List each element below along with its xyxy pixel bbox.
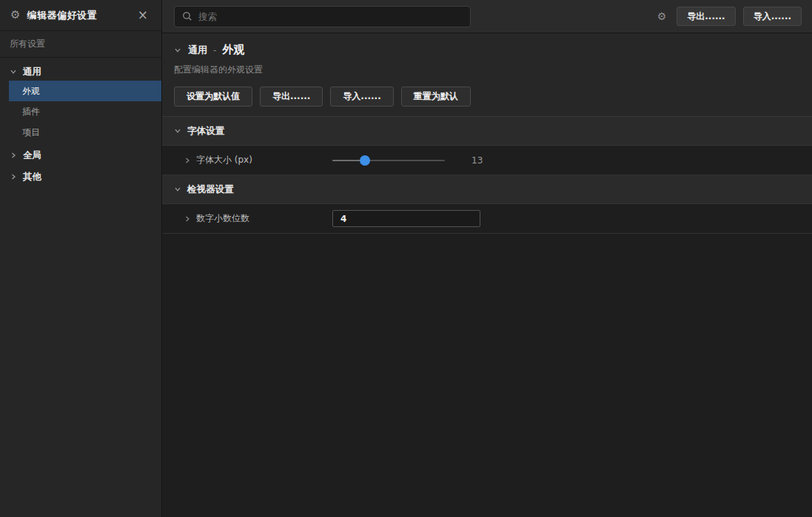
tree-group-global[interactable]: 全局 bbox=[0, 146, 161, 164]
chevron-down-icon bbox=[174, 186, 181, 193]
font-size-slider[interactable] bbox=[332, 155, 445, 166]
tree-item-plugins[interactable]: 插件 bbox=[0, 101, 161, 122]
setting-label: 数字小数位数 bbox=[196, 212, 332, 225]
tree-item-label: 插件 bbox=[22, 106, 40, 118]
breadcrumb[interactable]: 通用 - 外观 bbox=[174, 43, 800, 57]
sidebar: ⚙ 编辑器偏好设置 × 所有设置 通用 外观 插件 项目 bbox=[0, 0, 162, 517]
header-button-row: 设置为默认值 导出...... 导入...... 重置为默认 bbox=[174, 87, 800, 107]
chevron-right-icon bbox=[10, 152, 17, 159]
sidebar-item-all-settings[interactable]: 所有设置 bbox=[0, 31, 161, 58]
empty-area bbox=[162, 234, 812, 517]
tree-group-label: 通用 bbox=[23, 66, 41, 78]
slider-value: 13 bbox=[472, 155, 483, 166]
topbar-actions: ⚙ 导出...... 导入...... bbox=[657, 7, 802, 26]
section-title: 检视器设置 bbox=[187, 183, 234, 196]
tree-item-label: 外观 bbox=[22, 85, 40, 98]
search-icon bbox=[182, 11, 192, 21]
window-title: 编辑器偏好设置 bbox=[27, 9, 134, 22]
chevron-down-icon bbox=[174, 127, 181, 135]
setting-label: 字体大小 (px) bbox=[196, 154, 332, 166]
chevron-right-icon[interactable] bbox=[184, 157, 191, 164]
reset-default-button[interactable]: 重置为默认 bbox=[401, 87, 471, 107]
topbar: ⚙ 导出...... 导入...... bbox=[162, 0, 812, 33]
page-description: 配置编辑器的外观设置 bbox=[174, 64, 800, 76]
preferences-window: ⚙ 编辑器偏好设置 × 所有设置 通用 外观 插件 项目 bbox=[0, 0, 812, 517]
main-panel: ⚙ 导出...... 导入...... 通用 - 外观 配置编辑器的外观设置 设… bbox=[162, 0, 812, 517]
export-settings-button[interactable]: 导出...... bbox=[260, 87, 323, 107]
gear-icon: ⚙ bbox=[10, 10, 20, 21]
chevron-right-icon bbox=[10, 173, 17, 180]
tree-group-other[interactable]: 其他 bbox=[0, 168, 161, 186]
tree-item-project[interactable]: 项目 bbox=[0, 122, 161, 143]
chevron-right-icon[interactable] bbox=[184, 215, 191, 223]
chevron-down-icon bbox=[174, 47, 181, 54]
section-header-font[interactable]: 字体设置 bbox=[162, 117, 812, 146]
import-button[interactable]: 导入...... bbox=[743, 7, 802, 26]
slider-thumb[interactable] bbox=[360, 155, 370, 166]
breadcrumb-group: 通用 bbox=[188, 44, 207, 57]
section-title: 字体设置 bbox=[187, 125, 224, 138]
tree-group-label: 全局 bbox=[23, 149, 41, 162]
decimal-places-input[interactable] bbox=[332, 210, 480, 227]
close-icon[interactable]: × bbox=[135, 7, 151, 23]
search-box[interactable] bbox=[174, 6, 471, 27]
page-header: 通用 - 外观 配置编辑器的外观设置 设置为默认值 导出...... 导入...… bbox=[162, 33, 812, 117]
tree-group-general[interactable]: 通用 bbox=[0, 63, 161, 81]
set-default-button[interactable]: 设置为默认值 bbox=[174, 87, 252, 107]
import-settings-button[interactable]: 导入...... bbox=[330, 87, 393, 107]
tree-item-appearance[interactable]: 外观 bbox=[9, 81, 161, 101]
page-title: 外观 bbox=[222, 43, 244, 57]
settings-gear-icon[interactable]: ⚙ bbox=[657, 11, 667, 21]
section-header-inspector[interactable]: 检视器设置 bbox=[162, 175, 812, 204]
settings-tree: 通用 外观 插件 项目 全局 bbox=[0, 58, 161, 517]
setting-row-decimal-places: 数字小数位数 bbox=[162, 204, 812, 234]
search-input[interactable] bbox=[198, 11, 463, 22]
setting-row-font-size: 字体大小 (px) 13 bbox=[162, 146, 812, 175]
export-button[interactable]: 导出...... bbox=[677, 7, 735, 26]
breadcrumb-separator: - bbox=[213, 45, 216, 55]
settings-content: 通用 - 外观 配置编辑器的外观设置 设置为默认值 导出...... 导入...… bbox=[162, 33, 812, 517]
chevron-down-icon bbox=[10, 68, 17, 75]
sidebar-header: ⚙ 编辑器偏好设置 × bbox=[0, 0, 161, 31]
tree-item-label: 项目 bbox=[22, 126, 40, 139]
tree-group-label: 其他 bbox=[23, 171, 41, 183]
